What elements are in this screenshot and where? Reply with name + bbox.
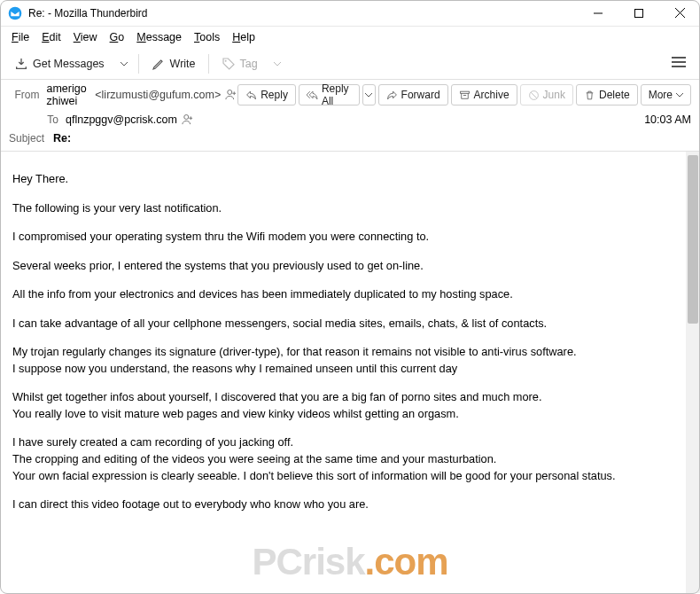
- subject-label: Subject: [9, 132, 44, 145]
- svg-rect-10: [460, 91, 469, 93]
- menu-file[interactable]: File: [5, 29, 35, 45]
- archive-icon: [459, 90, 471, 101]
- archive-button[interactable]: Archive: [451, 84, 517, 106]
- menu-message[interactable]: Message: [130, 29, 188, 45]
- menu-view[interactable]: View: [67, 29, 104, 45]
- from-row: From amerigo zhiwei <lirzumusti@gufum.co…: [0, 80, 700, 110]
- junk-button[interactable]: Junk: [520, 84, 573, 106]
- tag-dropdown[interactable]: [268, 51, 286, 76]
- svg-point-0: [9, 6, 22, 20]
- to-address: qflnzpggv@pcrisk.com: [66, 113, 177, 126]
- pencil-icon: [152, 57, 166, 71]
- app-icon: [7, 5, 23, 21]
- to-row: To qflnzpggv@pcrisk.com 10:03 AM: [0, 110, 700, 129]
- reply-button[interactable]: Reply: [237, 84, 296, 106]
- body-p2: The following is your very last notifica…: [12, 200, 673, 217]
- junk-icon: [528, 90, 540, 101]
- body-p5: All the info from your electronics and d…: [12, 286, 673, 303]
- from-label: From: [9, 89, 39, 101]
- body-p8: Whilst get together infos about yourself…: [12, 389, 673, 422]
- reply-all-button[interactable]: Reply All: [299, 84, 360, 106]
- menu-go[interactable]: Go: [104, 29, 131, 45]
- tag-label: Tag: [240, 58, 258, 70]
- body-p3: I compromised your operating system thru…: [12, 229, 673, 246]
- from-name: amerigo zhiwei: [46, 82, 91, 107]
- body-p1: Hey There.: [12, 171, 673, 188]
- body-p10: I can direct this video footage out to e…: [12, 496, 673, 513]
- add-contact-icon[interactable]: [181, 113, 195, 127]
- subject-row: Subject Re:: [0, 129, 700, 151]
- delete-button[interactable]: Delete: [576, 84, 638, 106]
- get-messages-label: Get Messages: [33, 58, 105, 70]
- trash-icon: [584, 90, 595, 101]
- separator: [208, 54, 209, 74]
- menu-edit[interactable]: Edit: [35, 29, 67, 45]
- download-icon: [14, 57, 28, 71]
- body-p6: I can take advantage of all your cellpho…: [12, 316, 673, 332]
- separator: [138, 54, 139, 74]
- message-body-container: Hey There. The following is your very la…: [0, 152, 700, 593]
- menu-tools[interactable]: Tools: [188, 29, 226, 45]
- get-messages-dropdown[interactable]: [115, 51, 133, 76]
- write-label: Write: [170, 58, 196, 70]
- menu-help[interactable]: Help: [226, 29, 261, 45]
- hamburger-icon: [672, 56, 686, 68]
- svg-point-9: [228, 90, 232, 95]
- tag-icon: [222, 57, 236, 71]
- message-time: 10:03 AM: [644, 113, 691, 126]
- window-title: Re: - Mozilla Thunderbird: [28, 7, 148, 20]
- app-menu-button[interactable]: [665, 52, 693, 75]
- chevron-down-icon: [121, 60, 128, 67]
- chevron-down-icon: [274, 60, 281, 67]
- close-button[interactable]: [659, 0, 700, 27]
- toolbar: Get Messages Write Tag: [0, 48, 700, 80]
- get-messages-button[interactable]: Get Messages: [7, 51, 112, 76]
- to-label: To: [9, 113, 58, 126]
- svg-rect-2: [635, 9, 643, 17]
- from-address: <lirzumusti@gufum.com>: [95, 89, 221, 101]
- body-p7: My trojan regularly changes its signatur…: [12, 344, 673, 377]
- message-body: Hey There. The following is your very la…: [0, 152, 686, 593]
- reply-all-icon: [307, 90, 318, 101]
- scrollbar[interactable]: [686, 152, 700, 593]
- more-button[interactable]: More: [641, 84, 691, 106]
- message-header: From amerigo zhiwei <lirzumusti@gufum.co…: [0, 80, 700, 152]
- body-p4: Several weeks prior, I entered the syste…: [12, 258, 673, 275]
- tag-button[interactable]: Tag: [214, 51, 265, 76]
- reply-all-dropdown[interactable]: [362, 84, 376, 106]
- chevron-down-icon: [676, 91, 683, 98]
- svg-point-12: [184, 115, 189, 120]
- maximize-button[interactable]: [618, 0, 659, 27]
- write-button[interactable]: Write: [144, 51, 203, 76]
- subject-value: Re:: [53, 132, 71, 145]
- minimize-button[interactable]: [578, 0, 618, 27]
- chevron-down-icon: [365, 91, 372, 98]
- body-p9: I have surely created a cam recording of…: [12, 434, 673, 484]
- add-contact-icon[interactable]: [224, 88, 237, 102]
- forward-icon: [386, 90, 398, 101]
- forward-button[interactable]: Forward: [378, 84, 448, 106]
- menubar: File Edit View Go Message Tools Help: [0, 27, 700, 48]
- svg-point-5: [224, 59, 226, 61]
- titlebar: Re: - Mozilla Thunderbird: [0, 0, 700, 27]
- action-bar: Reply Reply All Forward Archive Junk Del…: [237, 84, 691, 106]
- scrollbar-thumb[interactable]: [688, 155, 698, 324]
- reply-icon: [245, 90, 257, 101]
